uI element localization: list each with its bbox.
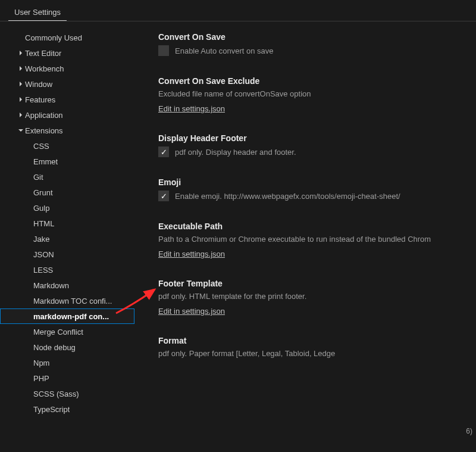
tree-item[interactable]: HTML <box>0 216 134 231</box>
chevron-right-icon[interactable] <box>18 96 24 102</box>
tree-item[interactable]: Jake <box>0 231 134 247</box>
setting-title: Display Header Footer <box>158 133 476 143</box>
tree-item[interactable]: CSS <box>0 138 134 154</box>
tree-item-label: JSON <box>33 250 54 259</box>
tree-item-label: SCSS (Sass) <box>33 389 79 398</box>
tree-item-label: Window <box>25 80 52 89</box>
checkbox-label: Enable emoji. http://www.webpagefx.com/t… <box>175 192 400 201</box>
edit-in-settings-json-link[interactable]: Edit in settings.json <box>158 307 225 316</box>
tree-item[interactable]: Merge Conflict <box>0 324 134 339</box>
page-number: 6) <box>466 427 472 435</box>
setting-convert-on-save-exclude: Convert On Save ExcludeExcluded file nam… <box>158 76 476 113</box>
setting-footer-template: Footer Templatepdf only. HTML template f… <box>158 279 476 316</box>
tree-item[interactable]: Gulp <box>0 200 134 216</box>
setting-title: Convert On Save Exclude <box>158 76 476 86</box>
setting-display-header-footer: Display Header Footer✓pdf only. Display … <box>158 133 476 157</box>
chevron-right-icon[interactable] <box>18 50 24 56</box>
tree-item[interactable]: PHP <box>0 370 134 386</box>
checkbox[interactable]: ✓ <box>158 191 169 201</box>
tree-item[interactable]: Commonly Used <box>0 30 134 45</box>
chevron-right-icon[interactable] <box>18 81 24 87</box>
tree-item[interactable]: JSON <box>0 247 134 262</box>
tree-item[interactable]: Workbench <box>0 61 134 76</box>
tree-item[interactable]: Emmet <box>0 154 134 169</box>
tree-item[interactable]: TypeScript <box>0 401 134 417</box>
setting-title: Format <box>158 336 476 345</box>
tree-item[interactable]: Text Editor <box>0 45 134 61</box>
setting-format: Formatpdf only. Paper format [Letter, Le… <box>158 336 476 358</box>
tree-item-label: Markdown TOC confi... <box>33 297 112 306</box>
tree-item[interactable]: Application <box>0 107 134 123</box>
tree-item-label: Markdown <box>33 281 69 290</box>
tree-item[interactable]: SCSS (Sass) <box>0 386 134 401</box>
tree-item[interactable]: Window <box>0 76 134 92</box>
edit-in-settings-json-link[interactable]: Edit in settings.json <box>158 104 225 113</box>
settings-content: Convert On Save✓Enable Auto convert on s… <box>134 21 476 452</box>
tabbar: User Settings <box>0 0 476 21</box>
tree-item[interactable]: Markdown TOC confi... <box>0 293 134 308</box>
checkbox-label: pdf only. Display header and footer. <box>175 148 296 157</box>
tree-item-label: CSS <box>33 142 49 151</box>
tree-item-label: Emmet <box>33 157 58 166</box>
tree-item[interactable]: LESS <box>0 262 134 278</box>
setting-description: Path to a Chromium or Chrome executable … <box>158 235 476 244</box>
tree-item-label: Extensions <box>25 126 63 135</box>
chevron-down-icon[interactable] <box>18 127 24 133</box>
tree-item-label: Node debug <box>33 343 76 352</box>
setting-description: Excluded file name of convertOnSave opti… <box>158 89 476 98</box>
setting-convert-on-save: Convert On Save✓Enable Auto convert on s… <box>158 32 476 56</box>
tree-item-label: Merge Conflict <box>33 328 83 336</box>
tree-item-label: Features <box>25 95 55 104</box>
checkbox[interactable]: ✓ <box>158 45 169 56</box>
tree-item-label: TypeScript <box>33 405 70 414</box>
setting-title: Footer Template <box>158 279 476 288</box>
settings-tree: Commonly UsedText EditorWorkbenchWindowF… <box>0 21 134 452</box>
tree-item[interactable]: Grunt <box>0 185 134 200</box>
tree-item-label: PHP <box>33 374 49 383</box>
tree-item-label: markdown-pdf con... <box>33 312 109 321</box>
tree-item-label: Text Editor <box>25 49 61 58</box>
tree-item[interactable]: Git <box>0 169 134 185</box>
edit-in-settings-json-link[interactable]: Edit in settings.json <box>158 250 225 258</box>
tree-item[interactable]: Features <box>0 92 134 107</box>
setting-title: Convert On Save <box>158 32 476 42</box>
tree-item-label: HTML <box>33 219 54 228</box>
tree-item-label: Jake <box>33 235 49 244</box>
tree-item-label: Grunt <box>33 188 53 197</box>
tab-user-settings[interactable]: User Settings <box>8 3 67 21</box>
setting-checkbox-row: ✓Enable Auto convert on save <box>158 45 476 56</box>
tree-item-label: LESS <box>33 266 53 275</box>
setting-checkbox-row: ✓Enable emoji. http://www.webpagefx.com/… <box>158 191 476 201</box>
setting-title: Executable Path <box>158 222 476 231</box>
tree-item-label: Application <box>25 111 63 120</box>
tree-item-label: Gulp <box>33 204 49 213</box>
tree-item-label: Npm <box>33 359 49 367</box>
tree-item[interactable]: Extensions <box>0 123 134 138</box>
tree-item[interactable]: Markdown <box>0 278 134 293</box>
checkbox[interactable]: ✓ <box>158 146 169 157</box>
setting-executable-path: Executable PathPath to a Chromium or Chr… <box>158 222 476 258</box>
tree-item-label: Commonly Used <box>25 33 82 42</box>
tree-item[interactable]: Npm <box>0 355 134 370</box>
setting-emoji: Emoji✓Enable emoji. http://www.webpagefx… <box>158 177 476 201</box>
setting-title: Emoji <box>158 177 476 187</box>
chevron-right-icon[interactable] <box>18 66 24 71</box>
tree-item-label: Git <box>33 173 43 182</box>
setting-description: pdf only. HTML template for the print fo… <box>158 292 476 301</box>
tree-item[interactable]: Node debug <box>0 339 134 355</box>
setting-checkbox-row: ✓pdf only. Display header and footer. <box>158 146 476 157</box>
tree-item[interactable]: markdown-pdf con... <box>0 308 134 324</box>
chevron-right-icon[interactable] <box>18 112 24 118</box>
setting-description: pdf only. Paper format [Letter, Legal, T… <box>158 349 476 358</box>
checkbox-label: Enable Auto convert on save <box>175 46 274 55</box>
tree-item-label: Workbench <box>25 64 64 73</box>
